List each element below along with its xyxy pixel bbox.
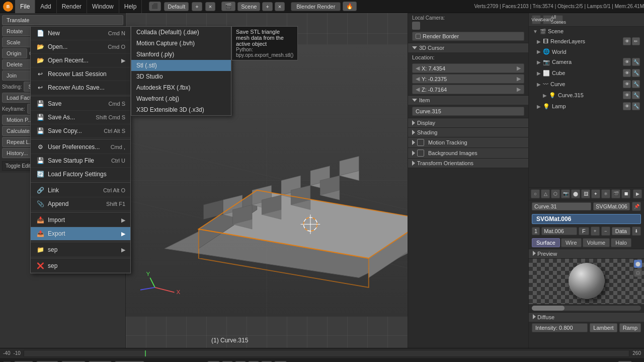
menu-save-as[interactable]: 💾Save As... Shift Cmd S xyxy=(31,111,130,124)
mat-icon-2[interactable]: △ xyxy=(541,189,550,198)
menu-import[interactable]: 📥Import ▶ xyxy=(31,213,130,227)
render-border-checkbox[interactable] xyxy=(416,34,421,39)
renderlayers-edit[interactable]: ✏ xyxy=(632,37,640,45)
menu-open[interactable]: 📂Open... Cmd O xyxy=(31,40,130,54)
export-motion-capture[interactable]: Motion Capture (.bvh) xyxy=(131,38,231,49)
mat-name-highlighted[interactable]: SVGMat.006 xyxy=(532,214,641,224)
menu-window[interactable]: Window xyxy=(87,0,119,13)
mat-icon-right[interactable]: ▶ xyxy=(633,189,642,198)
camera-color-btn[interactable] xyxy=(412,22,420,30)
menu-add[interactable]: Add xyxy=(35,0,56,13)
transform-header[interactable]: Transform Orientations xyxy=(408,159,528,168)
renderlayers-item[interactable]: ▶ 🎞 RenderLayers 👁 ✏ xyxy=(529,36,644,47)
curve315-render[interactable]: 🔧 xyxy=(632,91,640,99)
curve-render[interactable]: 🔧 xyxy=(632,80,640,88)
curve-view[interactable]: 👁 xyxy=(623,80,631,88)
cursor-3d-header[interactable]: 3D Cursor xyxy=(408,43,528,52)
scene-expand[interactable]: + xyxy=(262,2,272,11)
render-engine-btn[interactable]: Blender Render xyxy=(291,2,341,11)
mat-pin[interactable]: 📌 xyxy=(632,202,641,211)
mat-icon-camera[interactable]: 📷 xyxy=(561,189,570,198)
menu-export[interactable]: 📤Export ▶ xyxy=(31,227,130,241)
menu-help[interactable]: Help xyxy=(119,0,142,13)
mat-remove[interactable]: − xyxy=(601,227,610,236)
translate-btn[interactable]: Translate xyxy=(2,15,123,25)
cube-render[interactable]: 🔧 xyxy=(632,69,640,77)
mat-duplicate[interactable]: ⬇ xyxy=(632,227,641,236)
preview-floor-btn[interactable]: □ xyxy=(634,269,642,277)
export-wavefront[interactable]: Wavefront (.obj) xyxy=(131,93,231,104)
bg-images-header[interactable]: Background Images xyxy=(408,148,528,158)
export-collada[interactable]: Collada (Default) (.dae) xyxy=(131,27,231,38)
menu-recover-last[interactable]: ↩Recover Last Session xyxy=(31,67,130,81)
layout-select[interactable]: Default xyxy=(164,2,189,11)
preview-header[interactable]: Preview xyxy=(529,249,644,259)
tab-volume[interactable]: Volume xyxy=(583,238,610,247)
lamp-render[interactable]: 🔧 xyxy=(632,102,640,110)
mat-icon-physics[interactable]: ⚛ xyxy=(601,189,610,198)
all-scenes-btn[interactable]: All Scenes xyxy=(554,15,563,24)
menu-user-prefs[interactable]: ⚙User Preferences... Cmd , xyxy=(31,140,130,154)
lamp-item-tree[interactable]: ▶ 💡 Lamp 👁 🔧 xyxy=(529,101,644,112)
scene-name[interactable]: Scene xyxy=(237,2,260,11)
preview-bg-btn[interactable]: ⬤ xyxy=(634,260,642,268)
lambert-select[interactable]: Lambert xyxy=(590,323,617,332)
data-btn[interactable]: Data xyxy=(612,227,630,235)
mat-icon-part[interactable]: ✦ xyxy=(591,189,600,198)
editor-type-btn[interactable]: ⬛ xyxy=(149,2,161,11)
menu-open-recent[interactable]: 📂Open Recent... ▶ xyxy=(31,54,130,67)
scene-shrink[interactable]: × xyxy=(275,2,285,11)
world-item[interactable]: ▶ 🌐 World xyxy=(529,47,644,56)
menu-save-startup[interactable]: 💾Save Startup File Ctrl U xyxy=(31,154,130,168)
curve-name-field[interactable]: Curve.31 xyxy=(532,202,591,210)
camera-view[interactable]: 👁 xyxy=(623,58,631,66)
menu-recover-auto[interactable]: ↩Recover Auto Save... xyxy=(31,81,130,95)
camera-item[interactable]: ▶ 📷 Camera 👁 🔧 xyxy=(529,56,644,67)
maximize-btn[interactable]: + xyxy=(192,2,202,11)
view-btn[interactable]: View xyxy=(532,15,541,24)
menu-external-data[interactable]: 📁sep ▶ xyxy=(31,243,130,257)
mat-icon-scene[interactable]: 🎬 xyxy=(611,189,620,198)
diffuse-header[interactable]: Diffuse xyxy=(529,312,644,322)
curve315-view[interactable]: 👁 xyxy=(623,91,631,99)
timeline-ruler[interactable] xyxy=(24,350,629,357)
tab-halo[interactable]: Halo xyxy=(611,238,631,247)
bg-images-checkbox[interactable] xyxy=(417,150,424,157)
shading-header[interactable]: Shading xyxy=(408,128,528,137)
svgmat-name-field[interactable]: SVGMat.006 xyxy=(593,202,630,210)
menu-link[interactable]: 🔗Link Ctrl Alt O xyxy=(31,184,130,197)
menu-save[interactable]: 💾Save Cmd S xyxy=(31,97,130,111)
curve-item[interactable]: ▶ 〰 Curve 👁 🔧 xyxy=(529,79,644,90)
mat-icon-1[interactable]: ○ xyxy=(531,189,540,198)
mat-icon-render[interactable]: 🔲 xyxy=(621,189,630,198)
origin-btn[interactable]: Origin xyxy=(2,48,27,58)
tab-surface[interactable]: Surface xyxy=(532,238,560,247)
mat-field[interactable]: Mat.006 xyxy=(541,227,577,235)
menu-load-factory[interactable]: 🔄Load Factory Settings xyxy=(31,168,130,181)
scene-root[interactable]: ▼ 🎬 Scene xyxy=(529,27,644,36)
cube-view[interactable]: 👁 xyxy=(623,69,631,77)
export-stl[interactable]: Stl (.stl) xyxy=(131,60,231,71)
export-autodesk[interactable]: Autodesk FBX (.fbx) xyxy=(131,82,231,93)
cube-item[interactable]: ▶ ⬜ Cube 👁 🔧 xyxy=(529,67,644,79)
intensity-field[interactable]: Intensity: 0.800 xyxy=(532,323,588,332)
menu-file[interactable]: File xyxy=(15,0,35,13)
lamp-view[interactable]: 👁 xyxy=(623,102,631,110)
mat-icon-tex[interactable]: 🖼 xyxy=(581,189,590,198)
curve315-item[interactable]: ▶ 💡 Curve.315 👁 🔧 xyxy=(529,90,644,101)
ramp-btn[interactable]: Ramp xyxy=(619,323,641,332)
menu-append[interactable]: 📎Append Shift F1 xyxy=(31,197,130,211)
item-header[interactable]: Item xyxy=(408,96,528,105)
mat-icon-3[interactable]: ⬡ xyxy=(551,189,560,198)
mat-add[interactable]: + xyxy=(591,227,600,236)
menu-render[interactable]: Render xyxy=(57,0,87,13)
renderlayers-view[interactable]: 👁 xyxy=(623,37,631,45)
menu-quit[interactable]: ❌sep xyxy=(31,259,130,273)
export-x3d[interactable]: X3D Extensible 3D (.x3d) xyxy=(131,104,231,115)
minimize-btn[interactable]: × xyxy=(205,2,215,11)
menu-new[interactable]: 📄New Cmd N xyxy=(31,27,130,40)
export-3d-studio[interactable]: 3D Studio xyxy=(131,71,231,82)
display-header[interactable]: Display xyxy=(408,118,528,127)
export-stanford[interactable]: Stanford (.ply) xyxy=(131,49,231,60)
motion-tracking-checkbox[interactable] xyxy=(417,139,424,146)
